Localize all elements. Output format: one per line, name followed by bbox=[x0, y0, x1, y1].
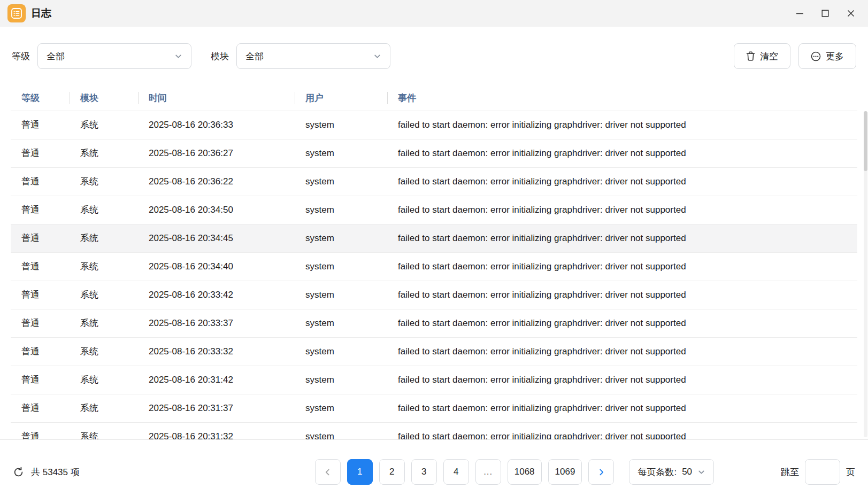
cell-event: failed to start daemon: error initializi… bbox=[387, 196, 857, 224]
log-table-header: 等级 模块 时间 用户 事件 bbox=[11, 86, 857, 111]
page-ellipsis[interactable]: ... bbox=[475, 459, 501, 485]
vertical-scrollbar[interactable] bbox=[864, 111, 867, 437]
cell-user: system bbox=[295, 394, 387, 422]
column-header-level[interactable]: 等级 bbox=[11, 86, 70, 111]
page-button-2[interactable]: 2 bbox=[379, 459, 405, 485]
column-header-time[interactable]: 时间 bbox=[138, 86, 295, 111]
cell-module: 系统 bbox=[70, 281, 138, 309]
cell-module: 系统 bbox=[70, 394, 138, 422]
jump-to-page-group: 跳至 页 bbox=[781, 459, 855, 485]
close-button[interactable] bbox=[838, 2, 864, 25]
log-table-container: 等级 模块 时间 用户 事件 普通 系统 2025-08-16 20:36:33… bbox=[0, 86, 868, 439]
module-filter-label: 模块 bbox=[211, 50, 229, 63]
cell-time: 2025-08-16 20:36:27 bbox=[138, 139, 295, 167]
cell-module: 系统 bbox=[70, 337, 138, 366]
jump-unit-label: 页 bbox=[846, 466, 855, 478]
cell-user: system bbox=[295, 309, 387, 337]
table-row[interactable]: 普通 系统 2025-08-16 20:31:37 system failed … bbox=[11, 394, 857, 422]
maximize-icon bbox=[821, 10, 829, 17]
level-filter-select[interactable]: 全部 bbox=[37, 43, 191, 69]
more-actions-button[interactable]: 更多 bbox=[798, 43, 856, 69]
filter-toolbar: 等级 全部 模块 全部 清空 更多 bbox=[0, 27, 868, 86]
table-row[interactable]: 普通 系统 2025-08-16 20:31:42 system failed … bbox=[11, 366, 857, 394]
page-button-1068[interactable]: 1068 bbox=[508, 459, 542, 485]
module-filter-value: 全部 bbox=[245, 50, 264, 63]
level-filter-label: 等级 bbox=[12, 50, 30, 63]
table-row[interactable]: 普通 系统 2025-08-16 20:34:50 system failed … bbox=[11, 196, 857, 224]
cell-module: 系统 bbox=[70, 366, 138, 394]
pagination: 1234...10681069 bbox=[315, 459, 614, 485]
more-circle-icon bbox=[811, 51, 821, 61]
cell-event: failed to start daemon: error initializi… bbox=[387, 309, 857, 337]
trash-icon bbox=[746, 51, 755, 61]
cell-event: failed to start daemon: error initializi… bbox=[387, 252, 857, 281]
cell-time: 2025-08-16 20:31:42 bbox=[138, 366, 295, 394]
table-row[interactable]: 普通 系统 2025-08-16 20:34:40 system failed … bbox=[11, 252, 857, 281]
cell-level: 普通 bbox=[11, 224, 70, 252]
refresh-button[interactable] bbox=[13, 467, 24, 478]
jump-page-input[interactable] bbox=[805, 459, 840, 485]
cell-event: failed to start daemon: error initializi… bbox=[387, 337, 857, 366]
page-button-4[interactable]: 4 bbox=[443, 459, 469, 485]
log-table: 等级 模块 时间 用户 事件 普通 系统 2025-08-16 20:36:33… bbox=[11, 86, 857, 439]
page-button-1[interactable]: 1 bbox=[347, 459, 373, 485]
column-header-user[interactable]: 用户 bbox=[295, 86, 387, 111]
maximize-button[interactable] bbox=[812, 2, 838, 25]
cell-time: 2025-08-16 20:31:37 bbox=[138, 394, 295, 422]
cell-time: 2025-08-16 20:34:40 bbox=[138, 252, 295, 281]
window-title: 日志 bbox=[31, 6, 51, 20]
page-size-value: 50 bbox=[682, 467, 692, 477]
footer-bar: 共 53435 项 1234...10681069 每页条数: 50 跳至 页 bbox=[0, 439, 868, 504]
cell-module: 系统 bbox=[70, 111, 138, 139]
chevron-left-icon bbox=[324, 468, 332, 476]
cell-event: failed to start daemon: error initializi… bbox=[387, 224, 857, 252]
cell-time: 2025-08-16 20:34:50 bbox=[138, 196, 295, 224]
table-row[interactable]: 普通 系统 2025-08-16 20:31:32 system failed … bbox=[11, 422, 857, 439]
clear-logs-button[interactable]: 清空 bbox=[734, 43, 790, 69]
page-button-3[interactable]: 3 bbox=[411, 459, 437, 485]
table-row[interactable]: 普通 系统 2025-08-16 20:33:42 system failed … bbox=[11, 281, 857, 309]
table-row[interactable]: 普通 系统 2025-08-16 20:34:45 system failed … bbox=[11, 224, 857, 252]
cell-module: 系统 bbox=[70, 252, 138, 281]
cell-module: 系统 bbox=[70, 422, 138, 439]
level-filter-group: 等级 全部 bbox=[12, 43, 191, 69]
cell-user: system bbox=[295, 196, 387, 224]
table-row[interactable]: 普通 系统 2025-08-16 20:33:37 system failed … bbox=[11, 309, 857, 337]
page-button-1069[interactable]: 1069 bbox=[548, 459, 582, 485]
cell-level: 普通 bbox=[11, 196, 70, 224]
cell-module: 系统 bbox=[70, 196, 138, 224]
pagination-pages: 1234...10681069 bbox=[347, 459, 582, 485]
level-filter-value: 全部 bbox=[47, 50, 65, 63]
clear-logs-label: 清空 bbox=[760, 50, 778, 63]
cell-level: 普通 bbox=[11, 422, 70, 439]
cell-user: system bbox=[295, 167, 387, 196]
page-size-label: 每页条数: bbox=[637, 466, 677, 478]
cell-time: 2025-08-16 20:33:37 bbox=[138, 309, 295, 337]
chevron-down-icon bbox=[373, 52, 381, 60]
log-table-body: 普通 系统 2025-08-16 20:36:33 system failed … bbox=[11, 111, 857, 439]
scrollbar-thumb[interactable] bbox=[864, 111, 867, 171]
table-row[interactable]: 普通 系统 2025-08-16 20:36:33 system failed … bbox=[11, 111, 857, 139]
cell-level: 普通 bbox=[11, 366, 70, 394]
toolbar-actions: 清空 更多 bbox=[734, 43, 856, 69]
page-size-select[interactable]: 每页条数: 50 bbox=[629, 459, 714, 485]
cell-level: 普通 bbox=[11, 309, 70, 337]
chevron-right-icon bbox=[597, 468, 605, 476]
refresh-icon bbox=[13, 467, 24, 478]
cell-event: failed to start daemon: error initializi… bbox=[387, 139, 857, 167]
cell-level: 普通 bbox=[11, 394, 70, 422]
cell-user: system bbox=[295, 366, 387, 394]
cell-module: 系统 bbox=[70, 224, 138, 252]
cell-module: 系统 bbox=[70, 309, 138, 337]
column-header-module[interactable]: 模块 bbox=[70, 86, 138, 111]
table-row[interactable]: 普通 系统 2025-08-16 20:36:22 system failed … bbox=[11, 167, 857, 196]
cell-level: 普通 bbox=[11, 281, 70, 309]
prev-page-button[interactable] bbox=[315, 459, 341, 485]
module-filter-select[interactable]: 全部 bbox=[236, 43, 390, 69]
minimize-button[interactable] bbox=[787, 2, 812, 25]
table-row[interactable]: 普通 系统 2025-08-16 20:36:27 system failed … bbox=[11, 139, 857, 167]
column-header-event[interactable]: 事件 bbox=[387, 86, 857, 111]
total-count-label: 共 53435 项 bbox=[31, 466, 80, 478]
next-page-button[interactable] bbox=[588, 459, 614, 485]
table-row[interactable]: 普通 系统 2025-08-16 20:33:32 system failed … bbox=[11, 337, 857, 366]
